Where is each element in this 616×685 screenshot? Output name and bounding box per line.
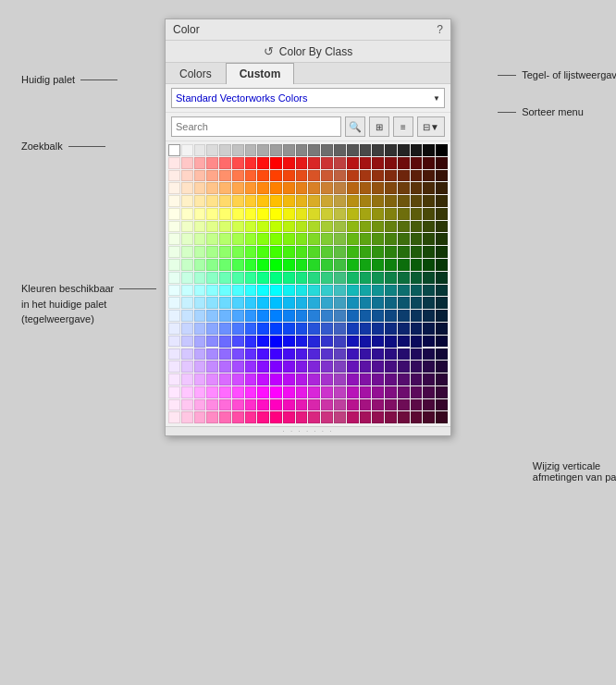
color-swatch[interactable] [360,246,372,258]
color-swatch[interactable] [347,323,359,335]
color-swatch[interactable] [296,246,308,258]
color-swatch[interactable] [194,386,206,398]
color-swatch[interactable] [181,157,193,169]
color-swatch[interactable] [219,399,231,411]
color-swatch[interactable] [308,297,320,309]
color-swatch[interactable] [385,170,397,182]
color-swatch[interactable] [398,144,410,156]
color-swatch[interactable] [296,336,308,348]
color-swatch[interactable] [283,170,295,182]
sort-button[interactable]: ⊟▼ [417,116,445,137]
color-swatch[interactable] [423,411,435,423]
color-swatch[interactable] [436,182,448,194]
color-swatch[interactable] [385,195,397,207]
color-swatch[interactable] [296,323,308,335]
color-swatch[interactable] [206,233,218,245]
color-swatch[interactable] [398,195,410,207]
color-swatch[interactable] [398,233,410,245]
color-swatch[interactable] [334,349,346,361]
color-swatch[interactable] [334,285,346,297]
color-swatch[interactable] [283,221,295,233]
color-swatch[interactable] [232,272,244,284]
color-swatch[interactable] [194,323,206,335]
color-swatch[interactable] [347,170,359,182]
color-swatch[interactable] [181,144,193,156]
color-swatch[interactable] [423,233,435,245]
color-swatch[interactable] [360,170,372,182]
color-swatch[interactable] [257,233,269,245]
color-swatch[interactable] [168,144,180,156]
color-swatch[interactable] [321,361,333,373]
color-swatch[interactable] [372,323,384,335]
color-swatch[interactable] [270,259,282,271]
color-swatch[interactable] [181,386,193,398]
color-swatch[interactable] [283,310,295,322]
color-swatch[interactable] [270,144,282,156]
color-swatch[interactable] [423,221,435,233]
color-swatch[interactable] [206,221,218,233]
color-swatch[interactable] [398,323,410,335]
color-swatch[interactable] [245,386,257,398]
color-swatch[interactable] [257,170,269,182]
color-swatch[interactable] [181,259,193,271]
color-swatch[interactable] [385,323,397,335]
color-swatch[interactable] [245,221,257,233]
color-swatch[interactable] [232,411,244,423]
color-swatch[interactable] [283,386,295,398]
color-swatch[interactable] [321,336,333,348]
color-swatch[interactable] [411,182,423,194]
color-swatch[interactable] [411,272,423,284]
color-swatch[interactable] [423,170,435,182]
color-swatch[interactable] [245,272,257,284]
color-swatch[interactable] [232,221,244,233]
color-swatch[interactable] [321,221,333,233]
color-swatch[interactable] [257,195,269,207]
color-swatch[interactable] [436,411,448,423]
color-swatch[interactable] [283,246,295,258]
color-swatch[interactable] [411,323,423,335]
color-swatch[interactable] [245,323,257,335]
color-swatch[interactable] [232,349,244,361]
color-swatch[interactable] [411,246,423,258]
color-swatch[interactable] [385,361,397,373]
color-swatch[interactable] [194,272,206,284]
color-swatch[interactable] [245,361,257,373]
color-swatch[interactable] [206,411,218,423]
color-swatch[interactable] [372,349,384,361]
color-swatch[interactable] [308,386,320,398]
color-swatch[interactable] [232,297,244,309]
color-swatch[interactable] [372,246,384,258]
color-swatch[interactable] [257,246,269,258]
color-swatch[interactable] [283,411,295,423]
color-swatch[interactable] [270,233,282,245]
color-swatch[interactable] [283,285,295,297]
color-swatch[interactable] [334,195,346,207]
color-swatch[interactable] [168,349,180,361]
color-swatch[interactable] [385,259,397,271]
color-swatch[interactable] [206,323,218,335]
color-swatch[interactable] [308,272,320,284]
color-swatch[interactable] [232,195,244,207]
color-swatch[interactable] [181,373,193,385]
color-swatch[interactable] [219,272,231,284]
color-swatch[interactable] [436,233,448,245]
color-swatch[interactable] [398,310,410,322]
color-swatch[interactable] [168,336,180,348]
color-swatch[interactable] [232,157,244,169]
color-swatch[interactable] [334,272,346,284]
color-swatch[interactable] [360,259,372,271]
color-swatch[interactable] [194,246,206,258]
color-swatch[interactable] [411,233,423,245]
color-swatch[interactable] [270,323,282,335]
color-swatch[interactable] [270,246,282,258]
color-swatch[interactable] [283,349,295,361]
color-swatch[interactable] [296,259,308,271]
color-swatch[interactable] [398,170,410,182]
color-swatch[interactable] [194,411,206,423]
color-swatch[interactable] [372,386,384,398]
color-swatch[interactable] [347,361,359,373]
color-swatch[interactable] [360,144,372,156]
search-button[interactable]: 🔍 [345,116,365,137]
color-swatch[interactable] [321,182,333,194]
color-swatch[interactable] [372,297,384,309]
